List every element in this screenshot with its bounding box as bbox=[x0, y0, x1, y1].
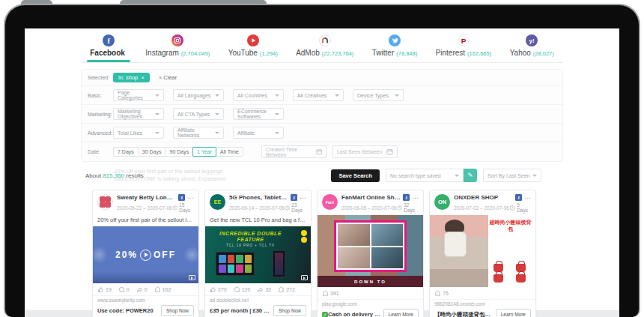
card-menu-button[interactable]: ⋯ bbox=[300, 196, 306, 200]
tab-admob[interactable]: AdMob(22,723,764) bbox=[293, 28, 356, 62]
ad-creative-image[interactable]: DOWN TO bbox=[318, 215, 423, 287]
creative-text: 20% OFF bbox=[93, 226, 198, 283]
dropdown-total-likes[interactable]: Total Likes bbox=[113, 127, 164, 139]
remove-tag-icon[interactable]: × bbox=[141, 74, 145, 81]
ad-creative-image[interactable]: 超時尚小饅頭後背包 bbox=[430, 215, 535, 287]
comments-stat: 120 bbox=[234, 286, 251, 293]
saved-search-dropdown[interactable]: No search type saved bbox=[386, 169, 464, 182]
last-seen-between-input[interactable]: Last Seen Between bbox=[332, 145, 398, 158]
saves-stat: 75 bbox=[434, 290, 449, 297]
advertiser-name[interactable]: 5G Phones, Tablets & SIMs | ... bbox=[229, 194, 288, 201]
ad-card[interactable]: Sweaty Betty London | Wom... f ⋯ 2020-06… bbox=[92, 190, 199, 317]
ad-duration: 5 Days bbox=[509, 202, 531, 213]
range-90-days[interactable]: 90 Days bbox=[165, 147, 193, 157]
tab-instagram[interactable]: Instagram(2,704,049) bbox=[142, 28, 213, 62]
card-menu-button[interactable]: ⋯ bbox=[524, 196, 531, 200]
selected-tag-shop[interactable]: in: shop × bbox=[113, 73, 150, 82]
advertiser-name[interactable]: ONXDER SHOP bbox=[454, 194, 513, 201]
comments-stat: 0 bbox=[118, 286, 130, 293]
chevron-down-icon bbox=[532, 175, 537, 177]
dropdown-ecommerce-softwares[interactable]: ECommerce Softwares bbox=[233, 108, 284, 120]
card-header-main: ONXDER SHOP f ⋯ 2020-07-02 – 2020-07-06 … bbox=[454, 194, 531, 213]
saved-search-control: No search type saved ✎ bbox=[386, 169, 477, 182]
ghost-icon bbox=[154, 286, 161, 293]
tab-twitter[interactable]: Twitter(78,848) bbox=[369, 28, 420, 62]
card-header: EE 5G Phones, Tablets & SIMs | ... f ⋯ 2… bbox=[205, 190, 311, 215]
ad-card[interactable]: EE 5G Phones, Tablets & SIMs | ... f ⋯ 2… bbox=[204, 190, 312, 317]
card-menu-button[interactable]: ⋯ bbox=[187, 196, 194, 200]
range-30-days[interactable]: 30 Days bbox=[138, 147, 166, 157]
pencil-icon: ✎ bbox=[467, 172, 473, 179]
comment-icon bbox=[118, 286, 125, 293]
play-button-icon[interactable] bbox=[140, 250, 151, 261]
ad-card[interactable]: Fan! FanMart Online Shopping - F... f ⋯ … bbox=[317, 190, 424, 317]
tab-count: (78,848) bbox=[396, 50, 417, 57]
ad-landing-url[interactable]: 986208148.onxder.com bbox=[430, 299, 535, 308]
dropdown-languages[interactable]: All Languages bbox=[173, 89, 224, 101]
ad-creative-image[interactable]: INCREDIBLE DOUBLEFEATURE TCL 10 PRO + TC… bbox=[205, 226, 311, 283]
dropdown-device-types[interactable]: Device Types bbox=[353, 89, 404, 101]
check-icon: ✓ bbox=[322, 312, 328, 317]
filter-panel: Selected: in: shop × ×Clear Basic: Page … bbox=[81, 69, 563, 162]
tab-youtube[interactable]: YouTube(1,294) bbox=[225, 28, 281, 62]
ad-landing-url[interactable]: ad.doubleclick.net bbox=[205, 295, 311, 304]
advertiser-name[interactable]: Sweaty Betty London | Wom... bbox=[117, 194, 176, 201]
facebook-badge-icon: f bbox=[515, 194, 522, 201]
chevron-down-icon bbox=[215, 113, 219, 115]
clear-filters-button[interactable]: ×Clear bbox=[159, 74, 177, 81]
tab-pinterest[interactable]: P Pinterest(162,665) bbox=[433, 28, 495, 62]
ghost-icon bbox=[322, 290, 329, 297]
advertiser-name[interactable]: FanMart Online Shopping - F... bbox=[341, 194, 401, 201]
advertiser-avatar: Fan! bbox=[322, 194, 338, 210]
ad-landing-url[interactable]: www.sweatybetty.com bbox=[93, 295, 198, 304]
card-menu-button[interactable]: ⋯ bbox=[412, 196, 419, 200]
cta-button[interactable]: Learn More bbox=[383, 309, 419, 317]
chevron-down-icon bbox=[455, 175, 459, 177]
clock-icon bbox=[397, 205, 402, 211]
dropdown-affiliate-networks[interactable]: Affiliate Networks bbox=[173, 127, 224, 139]
dropdown-cta-types[interactable]: All CTA Types bbox=[173, 108, 224, 120]
chevron-down-icon bbox=[395, 94, 399, 97]
edit-saved-search-button[interactable]: ✎ bbox=[464, 169, 477, 182]
youtube-icon bbox=[247, 34, 259, 46]
sort-dropdown[interactable]: Sort By Last Seen bbox=[483, 169, 541, 182]
chevron-down-icon bbox=[335, 94, 339, 97]
dropdown-countries[interactable]: All Countries bbox=[233, 89, 284, 101]
ad-headline: 【時尚小饅頭後背包】小饅頭刺... bbox=[434, 311, 493, 317]
chevron-down-icon bbox=[215, 94, 219, 97]
creative-text: INCREDIBLE DOUBLEFEATURE bbox=[205, 231, 296, 243]
cta-button[interactable]: Shop Now bbox=[161, 305, 194, 316]
dropdown-marketing-objectives[interactable]: Marketing Objectives bbox=[113, 108, 164, 120]
ad-creative-image[interactable]: 20% OFF bbox=[93, 226, 198, 283]
save-search-button[interactable]: Save Search bbox=[331, 169, 380, 182]
ad-stats-row: 391 bbox=[318, 287, 423, 299]
results-controls: Save Search No search type saved ✎ Sort … bbox=[331, 169, 541, 182]
range-1-year[interactable]: 1 Year bbox=[192, 147, 216, 157]
filter-label: Date: bbox=[88, 149, 113, 154]
likes-stat: 270 bbox=[210, 286, 227, 293]
range-all-time[interactable]: All Time bbox=[216, 147, 243, 157]
chevron-down-icon bbox=[275, 132, 279, 134]
ad-date-range: 2020-06-14 – 2020-07-06 bbox=[229, 205, 285, 211]
dropdown-creatives[interactable]: All Creatives bbox=[293, 89, 344, 101]
filter-label: Marketing: bbox=[88, 112, 113, 117]
network-tabbar: f Facebook Instagram(2,704,049) YouTube(… bbox=[81, 28, 563, 63]
created-time-between-input[interactable]: Created Time Between bbox=[261, 145, 326, 158]
ad-landing-url[interactable]: play.google.com bbox=[318, 299, 423, 308]
ad-card[interactable]: ON ONXDER SHOP f ⋯ 2020-07-02 – 2020-07-… bbox=[429, 190, 536, 317]
video-format-icon bbox=[189, 275, 195, 280]
active-tab-underline bbox=[87, 60, 130, 62]
dropdown-page-categories[interactable]: Page Categories bbox=[113, 89, 164, 101]
tab-facebook[interactable]: f Facebook bbox=[87, 28, 130, 62]
ad-headline-row: Use code: POWER20 Shop Now bbox=[93, 304, 198, 317]
filter-label: Basic: bbox=[88, 93, 113, 98]
card-header-main: FanMart Online Shopping - F... f ⋯ 2020-… bbox=[341, 194, 419, 213]
dropdown-affiliate[interactable]: Affiliate bbox=[233, 127, 284, 139]
cta-button[interactable]: Shop Now bbox=[273, 305, 306, 316]
check-icon: ✓ bbox=[374, 312, 380, 317]
tab-yahoo[interactable]: y! Yahoo(28,027) bbox=[507, 28, 557, 62]
ad-stats-row: 19 0 0 162 bbox=[93, 283, 198, 295]
range-7-days[interactable]: 7 Days bbox=[113, 147, 139, 157]
cta-button[interactable]: Learn More bbox=[496, 309, 531, 317]
card-header-main: 5G Phones, Tablets & SIMs | ... f ⋯ 2020… bbox=[229, 194, 306, 213]
